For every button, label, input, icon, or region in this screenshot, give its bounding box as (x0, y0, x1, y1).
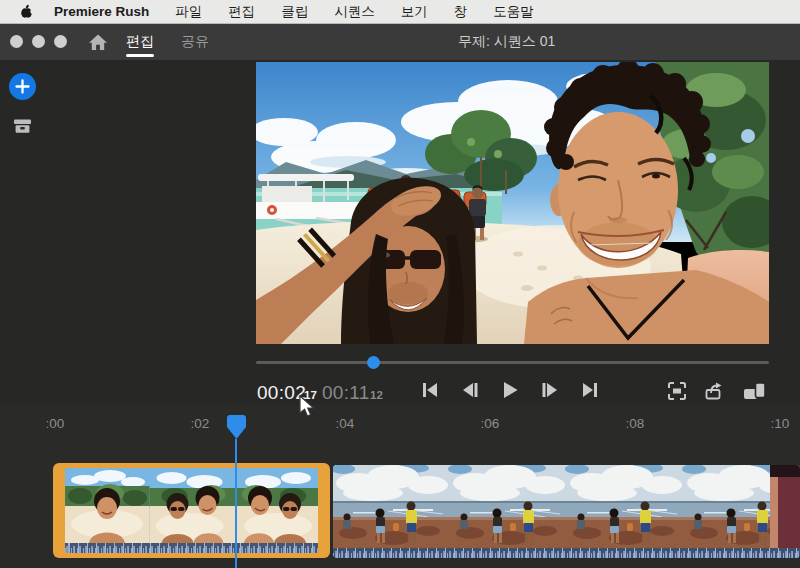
menu-window[interactable]: 창 (454, 3, 468, 21)
tab-edit[interactable]: 편집 (126, 24, 154, 60)
add-media-button[interactable] (9, 73, 36, 100)
share-icon (703, 380, 725, 402)
ruler-label-08: :08 (626, 416, 645, 431)
mouse-cursor (299, 395, 316, 423)
maroon-person-closeup (770, 465, 800, 548)
ruler-label-04: :04 (336, 416, 355, 431)
project-title: 무제: 시퀀스 01 (458, 24, 555, 60)
ruler-label-00: :00 (46, 416, 65, 431)
scrubber-handle[interactable] (367, 356, 380, 369)
preview-scrubber[interactable] (256, 356, 769, 368)
orientation-button[interactable] (743, 381, 767, 405)
menu-sequence[interactable]: 시퀀스 (334, 3, 375, 21)
video-preview (256, 62, 769, 344)
menu-edit[interactable]: 편집 (228, 3, 255, 21)
archive-box-icon (12, 117, 33, 135)
beach-selfie-frame (256, 62, 769, 344)
skip-to-start-button[interactable] (421, 381, 439, 403)
media-browser-button[interactable] (12, 117, 33, 139)
skip-end-icon (581, 381, 599, 399)
app-title-bar: 편집 공유 무제: 시퀀스 01 (0, 24, 800, 60)
duration-timecode-frames: 12 (370, 389, 383, 401)
menu-view[interactable]: 보기 (401, 3, 428, 21)
tab-share[interactable]: 공유 (181, 24, 209, 60)
macos-menu-bar: Premiere Rush 파일 편집 클립 시퀀스 보기 창 도움말 (0, 0, 800, 24)
tab-share-label: 공유 (181, 33, 209, 51)
menu-help[interactable]: 도움말 (493, 3, 534, 21)
clip-1-audio-waveform (65, 543, 318, 553)
clip-2-audio-waveform (333, 548, 800, 558)
orientation-icon (743, 381, 767, 401)
skip-start-icon (421, 381, 439, 399)
duration-timecode: 00:11 (322, 382, 370, 404)
window-minimize-button[interactable] (32, 35, 45, 48)
menu-app-name[interactable]: Premiere Rush (54, 4, 149, 19)
play-icon (501, 381, 519, 399)
window-close-button[interactable] (10, 35, 23, 48)
fullscreen-icon (666, 380, 688, 402)
menu-file[interactable]: 파일 (175, 3, 202, 21)
ruler-label-02: :02 (191, 416, 210, 431)
play-button[interactable] (501, 381, 519, 403)
home-button[interactable] (88, 33, 108, 55)
clip-2-thumbnails (333, 465, 800, 548)
plus-icon (17, 81, 29, 93)
menu-clip[interactable]: 클립 (281, 3, 308, 21)
tab-edit-label: 편집 (126, 33, 154, 51)
timeline-clip-1-selected[interactable] (53, 463, 330, 558)
timeline-ruler[interactable]: :00 :02 :04 :06 :08 :10 (45, 405, 800, 447)
playhead-line[interactable] (235, 439, 237, 568)
frame-back-button[interactable] (461, 381, 479, 403)
scrubber-track[interactable] (256, 361, 769, 364)
timeline-clip-2[interactable] (333, 465, 800, 558)
frame-back-icon (461, 381, 479, 399)
ruler-label-10: :10 (771, 416, 790, 431)
frame-forward-icon (541, 381, 559, 399)
skip-to-end-button[interactable] (581, 381, 599, 403)
frame-forward-button[interactable] (541, 381, 559, 403)
export-preview-button[interactable] (703, 380, 725, 406)
ruler-label-06: :06 (481, 416, 500, 431)
clip-1-thumbnails (65, 468, 318, 543)
apple-menu-icon[interactable] (20, 4, 33, 19)
fullscreen-button[interactable] (666, 380, 688, 406)
premiere-rush-window: Premiere Rush 파일 편집 클립 시퀀스 보기 창 도움말 편집 공… (0, 0, 800, 568)
window-zoom-button[interactable] (54, 35, 67, 48)
